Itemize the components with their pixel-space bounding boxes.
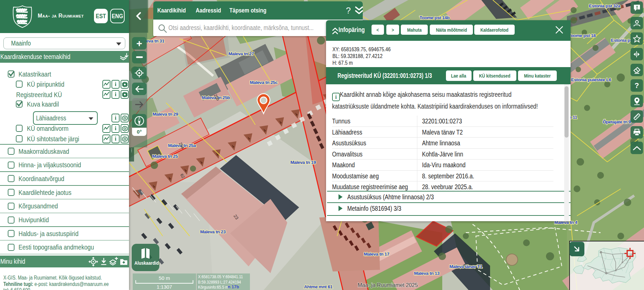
svg-text:Maa- ja Ruumiamet 2025: Maa- ja Ruumiamet 2025 xyxy=(358,282,418,288)
svg-text:Maleva tänav T1: Maleva tänav T1 xyxy=(449,264,482,269)
svg-text:Maleva tn 17: Maleva tn 17 xyxy=(364,252,389,257)
svg-text:Toome pst 14b: Toome pst 14b xyxy=(419,15,449,20)
svg-text:Maleva tn 23: Maleva tn 23 xyxy=(200,229,226,234)
svg-text:Toome pst 18: Toome pst 18 xyxy=(568,33,596,38)
svg-text:Estonia pst 32a: Estonia pst 32a xyxy=(589,3,620,8)
svg-text:Ahtme mnt 61: Ahtme mnt 61 xyxy=(304,284,333,289)
svg-text:Maleva tn 29: Maleva tn 29 xyxy=(153,112,178,117)
svg-text:Maleva tn 27: Maleva tn 27 xyxy=(228,51,254,56)
svg-text:Estonia puiestee L6: Estonia puiestee L6 xyxy=(571,77,611,82)
svg-text:Maleva tn 19: Maleva tn 19 xyxy=(290,160,316,165)
svg-text:Maleva tn 25: Maleva tn 25 xyxy=(152,154,178,159)
svg-text:Maleva tn 13: Maleva tn 13 xyxy=(414,271,440,276)
svg-text:Õpetajate tn 9: Õpetajate tn 9 xyxy=(603,119,631,124)
svg-text:Maleva tn 25c: Maleva tn 25c xyxy=(250,80,278,85)
